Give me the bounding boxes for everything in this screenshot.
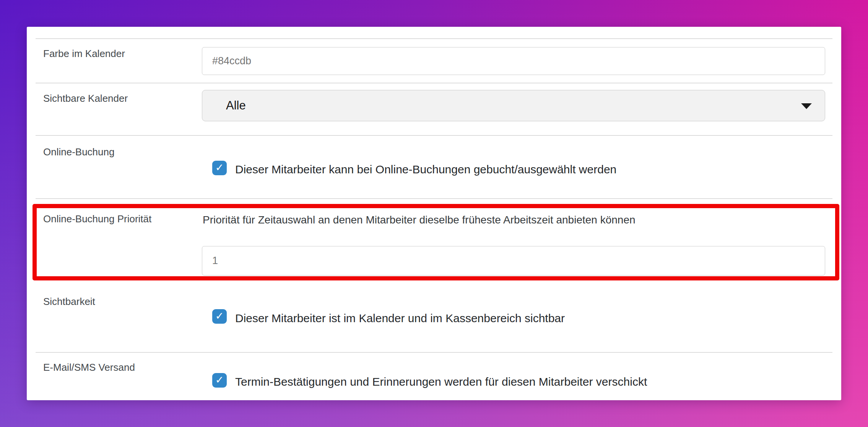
divider xyxy=(36,38,832,39)
email-sms-label: E-Mail/SMS Versand xyxy=(43,362,135,373)
online-booking-label: Online-Buchung xyxy=(43,146,114,158)
page-background: Farbe im Kalender Sichtbare Kalender All… xyxy=(0,0,868,427)
divider xyxy=(36,352,832,353)
checkmark-icon: ✓ xyxy=(215,311,224,321)
visible-calendars-select[interactable]: Alle xyxy=(202,90,825,121)
visibility-checkbox-text: Dieser Mitarbeiter ist im Kalender und i… xyxy=(235,311,565,325)
online-booking-priority-label: Online-Buchung Priorität xyxy=(43,213,151,225)
settings-card: Farbe im Kalender Sichtbare Kalender All… xyxy=(27,27,841,400)
email-sms-checkbox[interactable]: ✓ xyxy=(212,373,227,388)
divider xyxy=(36,198,832,199)
visibility-checkbox[interactable]: ✓ xyxy=(212,309,227,324)
calendar-color-input[interactable] xyxy=(202,47,825,75)
divider xyxy=(36,135,832,136)
online-booking-priority-description: Priorität für Zeitauswahl an denen Mitar… xyxy=(203,213,636,227)
visibility-label: Sichtbarkeit xyxy=(43,296,95,308)
email-sms-checkbox-text: Termin-Bestätigungen und Erinnerungen we… xyxy=(235,375,647,389)
checkmark-icon: ✓ xyxy=(215,375,224,385)
online-booking-checkbox[interactable]: ✓ xyxy=(212,161,227,175)
visible-calendars-label: Sichtbare Kalender xyxy=(43,93,128,104)
online-booking-priority-input[interactable] xyxy=(202,246,825,275)
checkmark-icon: ✓ xyxy=(215,163,224,173)
calendar-color-label: Farbe im Kalender xyxy=(43,48,125,60)
visible-calendars-selected-value: Alle xyxy=(202,99,246,112)
online-booking-checkbox-text: Dieser Mitarbeiter kann bei Online-Buchu… xyxy=(235,163,616,176)
chevron-down-icon xyxy=(801,103,812,109)
divider xyxy=(36,83,832,83)
